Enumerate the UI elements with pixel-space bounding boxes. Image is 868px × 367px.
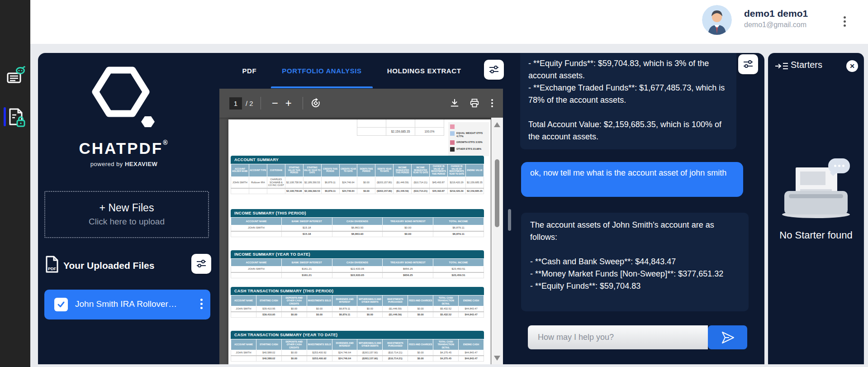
empty-inbox-illustration	[782, 158, 850, 218]
user-name: demo1 demo1	[744, 8, 808, 19]
pdf-doc-table: INCOME SUMMARY (THIS PERIOD)ACCOUNT NAME…	[231, 209, 484, 237]
assistant-message: - **Equity Funds**: $59,704.83, which is…	[520, 53, 736, 149]
pdf-doc-table: INCOME SUMMARY (YEAR TO DATE)ACCOUNT NAM…	[231, 250, 484, 278]
pdf-table-title: INCOME SUMMARY (THIS PERIOD)	[231, 209, 484, 217]
legend-item	[450, 124, 487, 129]
pdf-document-page: $2,159,685.35100.0% EQUAL WEIGHT ETFS 4.…	[228, 119, 491, 364]
legend-chip	[450, 140, 455, 145]
pdf-filter-button[interactable]	[484, 60, 504, 80]
pdf-partial-table: $2,159,685.35100.0%	[357, 119, 444, 136]
speech-bubble-icon	[828, 158, 850, 173]
registered-mark: ®	[163, 139, 169, 146]
app-subtitle: powered by HEXAVIEW	[38, 161, 210, 167]
uploaded-files-header: PDF Your Uploaded Files	[45, 256, 209, 276]
pdf-tabs: PDF PORTFOLIO ANALYSIS HOLDINGS EXTRACT	[219, 53, 484, 88]
file-name: John Smith IRA Rollover…	[75, 299, 177, 309]
legend-item: EQUAL WEIGHT ETFS 4.77%	[450, 131, 487, 138]
send-button[interactable]	[708, 325, 747, 349]
starters-title: Starters	[791, 60, 822, 70]
scrollbar-thumb[interactable]	[495, 159, 499, 227]
left-rail	[0, 0, 30, 367]
legend-chip	[450, 147, 455, 152]
page-count: / 2	[246, 100, 253, 107]
user-menu-kebab-icon[interactable]	[840, 14, 849, 31]
starters-icon	[775, 62, 788, 72]
legend-chip	[450, 124, 455, 129]
files-filter-button[interactable]	[191, 254, 211, 274]
new-files-label: + New Files	[45, 202, 208, 214]
user-message: ok, now tell me what is the account asse…	[521, 162, 743, 197]
legend-item: OTHER ETFS 23.98%	[450, 147, 487, 152]
file-checkbox[interactable]	[54, 298, 68, 311]
scroll-down-icon[interactable]	[494, 356, 500, 361]
app-title: CHATPDF®	[38, 139, 210, 157]
user-avatar[interactable]	[702, 5, 732, 35]
assistant-message-text: The account assets of John Smith's accou…	[530, 219, 740, 292]
starters-empty-text: No Starter found	[768, 229, 864, 241]
pdf-table-title: CASH TRANSACTION SUMMARY (YEAR TO DATE)	[231, 331, 484, 339]
starters-panel: Starters ✕ No Starter found	[768, 53, 864, 364]
assistant-message-text: - **Equity Funds**: $59,704.83, which is…	[528, 57, 728, 143]
uploaded-file-item[interactable]: John Smith IRA Rollover…	[44, 290, 210, 319]
app: demo1 demo1 demo1@gmail.com CHATPDF® pow…	[0, 0, 868, 367]
starters-close-icon[interactable]: ✕	[846, 60, 858, 72]
main-panel: CHATPDF® powered by HEXAVIEW + New Files…	[38, 53, 764, 364]
scroll-up-icon[interactable]	[494, 122, 500, 127]
legend-label: GROWTH ETFS 3.53%	[456, 140, 483, 144]
zoom-in-button[interactable]: +	[282, 97, 295, 110]
legend-label: EQUAL WEIGHT ETFS 4.77%	[456, 131, 487, 138]
chatpdf-logo-icon	[88, 64, 165, 132]
zoom-out-button[interactable]: −	[268, 97, 282, 110]
assistant-message: The account assets of John Smith's accou…	[521, 213, 749, 311]
svg-text:PDF: PDF	[48, 267, 57, 271]
rail-active-indicator	[4, 107, 6, 126]
tab-portfolio-analysis[interactable]: PORTFOLIO ANALYSIS	[282, 53, 361, 88]
chat-input[interactable]	[528, 325, 708, 349]
download-icon[interactable]	[450, 98, 460, 108]
user-email: demo1@gmail.com	[744, 21, 806, 29]
pdf-scrollbar[interactable]	[491, 118, 503, 364]
chat-filter-button[interactable]	[738, 54, 758, 74]
pdf-doc-table: CASH TRANSACTION SUMMARY (YEAR TO DATE)A…	[231, 331, 484, 362]
rotate-icon[interactable]	[310, 98, 321, 109]
pdf-file-icon: PDF	[45, 256, 59, 273]
pdf-table-title: INCOME SUMMARY (YEAR TO DATE)	[231, 250, 484, 258]
pdf-toolbar: 1 / 2 − +	[219, 89, 503, 118]
new-files-dropzone[interactable]: + New Files Click here to upload	[44, 191, 209, 238]
pdf-more-kebab-icon[interactable]	[489, 98, 495, 109]
pdf-table-title: CASH TRANSACTION SUMMARY (THIS PERIOD)	[231, 287, 484, 295]
print-icon[interactable]	[470, 98, 479, 108]
tab-pdf[interactable]: PDF	[242, 53, 257, 88]
pdf-doc-table: ACCOUNT SUMMARYACCOUNT HOLDER NAMEACCOUN…	[231, 156, 484, 194]
uploaded-files-label: Your Uploaded Files	[63, 260, 154, 271]
file-kebab-icon[interactable]	[198, 297, 205, 312]
tab-holdings-extract[interactable]: HOLDINGS EXTRACT	[387, 53, 461, 88]
legend-item: GROWTH ETFS 3.53%	[450, 140, 487, 145]
pdf-table-title: ACCOUNT SUMMARY	[231, 156, 484, 164]
legend-chip	[450, 131, 455, 136]
pdf-viewer: 1 / 2 − +	[219, 89, 503, 364]
topbar: demo1 demo1 demo1@gmail.com	[30, 0, 868, 44]
user-message-text: ok, now tell me what is the account asse…	[530, 167, 734, 179]
legend-label: OTHER ETFS 23.98%	[456, 147, 481, 151]
send-icon	[720, 331, 735, 344]
pdf-doc-table: CASH TRANSACTION SUMMARY (THIS PERIOD)AC…	[231, 287, 484, 318]
pdf-chart-legend: EQUAL WEIGHT ETFS 4.77%GROWTH ETFS 3.53%…	[448, 122, 489, 156]
new-files-hint: Click here to upload	[45, 217, 208, 227]
document-lock-icon[interactable]	[8, 108, 27, 128]
chat-robot-icon[interactable]	[6, 66, 25, 86]
page-number-input[interactable]: 1	[229, 97, 242, 110]
panel-resize-handle[interactable]	[508, 209, 511, 231]
